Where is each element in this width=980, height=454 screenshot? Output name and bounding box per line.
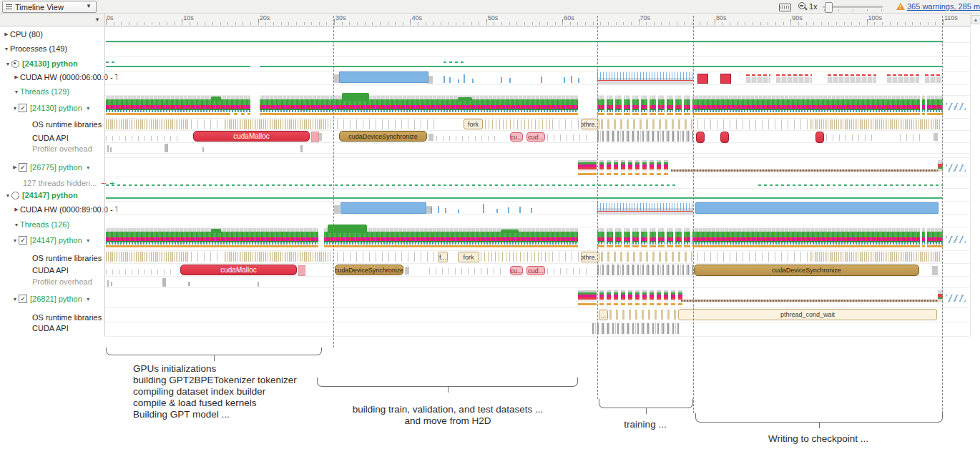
profiler-overhead-bar — [107, 280, 109, 287]
collapse-arrow-icon[interactable]: ▼ — [11, 297, 19, 302]
api-gray-block — [934, 133, 938, 141]
focus-radio[interactable] — [11, 192, 19, 199]
os-runtime-activity — [609, 310, 677, 320]
show-thread-button[interactable]: + — [109, 178, 115, 189]
thread-green-bump — [458, 97, 472, 101]
gpu-activity-spike — [445, 208, 446, 213]
gpu-memory-block[interactable] — [720, 74, 731, 84]
chevron-down-icon[interactable]: ▼ — [94, 16, 100, 23]
gpu-kernel-bar[interactable] — [339, 71, 428, 83]
event-bar-cudamalloc[interactable]: cudaMalloc — [180, 265, 297, 275]
sidebar-item-24147-python-11[interactable]: ▼[24147] python — [0, 189, 109, 201]
thread-mini-orange — [650, 303, 654, 305]
thread-mini-cluster — [635, 160, 640, 172]
sidebar-item-threads-129-4[interactable]: ▼Threads (129) — [0, 86, 117, 97]
thread-mini-cluster — [635, 290, 640, 302]
api-pink-bar[interactable] — [298, 265, 305, 276]
sidebar-item-24130-python-5[interactable]: ▼✓[24130] python▼ — [0, 102, 116, 114]
collapse-arrow-icon[interactable]: ▼ — [11, 106, 19, 111]
keyboard-shortcuts-icon[interactable] — [779, 4, 791, 11]
sidebar-item-cuda-api-20[interactable]: CUDA API — [0, 322, 137, 334]
event-bar-f-short[interactable]: f... — [438, 252, 448, 262]
event-bar-dots[interactable]: ... — [599, 310, 608, 320]
expand-arrow-icon[interactable]: ▶ — [13, 207, 20, 212]
os-runtime-activity — [485, 119, 551, 129]
focus-radio[interactable] — [11, 60, 19, 68]
api-pink-bar[interactable] — [311, 132, 319, 142]
api-red-event[interactable] — [815, 132, 824, 143]
api-gray-block — [319, 133, 322, 141]
gpu-activity-spike — [444, 76, 445, 83]
zoom-level-label: 1x — [809, 2, 818, 11]
sidebar-item-cuda-hw-0000-06-00-0-tesl-3[interactable]: ▶CUDA HW (0000:06:00.0 - Tesl — [0, 71, 117, 83]
ruler-tick-label: 110s — [944, 14, 958, 21]
sidebar-item-26775-python-9[interactable]: ▶✓[26775] python▼ — [0, 162, 116, 173]
sidebar-item-cuda-hw-0000-89-00-0-tesl-12[interactable]: ▶CUDA HW (0000:89:00.0 - Tesl — [0, 204, 117, 215]
warnings-messages-link[interactable]: 365 warnings, 285 messages — [907, 2, 980, 11]
zoom-out-icon[interactable] — [798, 2, 805, 9]
scroll-up-arrow[interactable]: ▲ — [971, 15, 980, 24]
collapse-arrow-icon[interactable]: ▼ — [4, 193, 11, 198]
sidebar-item-processes-149-1[interactable]: ▼Processes (149) — [0, 43, 107, 54]
thread-mini-cluster — [578, 160, 597, 172]
gpu-kernel-bar[interactable] — [340, 202, 426, 214]
api-red-event[interactable] — [696, 132, 705, 143]
thread-mini-orange — [642, 303, 647, 305]
collapse-arrow-icon[interactable]: ▼ — [11, 238, 19, 243]
row-options-caret-icon[interactable]: ▼ — [86, 238, 91, 243]
thread-band-gap — [925, 95, 927, 117]
sidebar-item-24130-python-2[interactable]: ▼[24130] python — [0, 58, 109, 69]
event-bar-cu-short[interactable]: cu... — [510, 266, 523, 275]
annotation-line: Building GPT model ... — [133, 409, 297, 420]
gpu-memory-block[interactable] — [697, 74, 708, 84]
thread-band-gap — [578, 227, 597, 249]
api-gray-block — [405, 267, 409, 275]
collapse-arrow-icon[interactable]: ▼ — [3, 46, 10, 51]
sidebar-item-cpu-80-0[interactable]: ▶CPU (80) — [0, 29, 107, 40]
gpu-gray-band — [828, 77, 876, 83]
api-red-event[interactable] — [720, 132, 729, 143]
visibility-checkbox[interactable]: ✓ — [19, 236, 27, 245]
row-separator — [105, 250, 970, 251]
event-bar-cu-short[interactable]: cu... — [510, 132, 523, 142]
gpu-kernel-bar[interactable] — [695, 202, 939, 214]
sidebar-item-label: CUDA HW (0000:89:00.0 - Tesl — [20, 205, 117, 214]
collapse-arrow-icon[interactable]: ▼ — [4, 61, 11, 66]
thread-mini-orange — [578, 303, 597, 305]
gpu-activity-spike — [449, 77, 451, 83]
visibility-checkbox[interactable]: ✓ — [19, 295, 27, 303]
expand-arrow-icon[interactable]: ▶ — [13, 74, 20, 80]
visibility-checkbox[interactable]: ✓ — [19, 104, 27, 112]
sidebar-item-26821-python-18[interactable]: ▼✓[26821] python▼ — [0, 293, 116, 305]
collapse-arrow-icon[interactable]: ▼ — [13, 89, 20, 94]
row-options-caret-icon[interactable]: ▼ — [86, 297, 91, 302]
event-bar-fork[interactable]: fork — [464, 119, 483, 129]
event-bar-cud-short[interactable]: cud... — [526, 266, 545, 275]
row-options-caret-icon[interactable]: ▼ — [86, 106, 91, 111]
thread-mini-orange — [621, 173, 625, 175]
sidebar-item-threads-126-13[interactable]: ▼Threads (126) — [0, 219, 117, 230]
expand-arrow-icon[interactable]: ▶ — [3, 31, 10, 37]
event-bar-cud-short[interactable]: cud... — [526, 132, 545, 142]
gpu-gray-band — [925, 77, 942, 83]
event-bar-pthread-cond-wait[interactable]: pthread_cond_wait — [678, 309, 937, 320]
row-options-caret-icon[interactable]: ▼ — [86, 165, 91, 170]
thread-mini-orange — [621, 303, 625, 305]
event-bar-cudadevicesynchronize[interactable]: cudaDeviceSynchronize — [339, 131, 427, 142]
os-runtime-activity — [697, 252, 808, 262]
os-runtime-activity — [481, 252, 551, 262]
view-selector-dropdown[interactable]: Timeline View ▼ — [2, 1, 97, 13]
event-bar-cudadevicesynchronize[interactable]: cudaDeviceSynchronize — [694, 265, 919, 276]
expand-arrow-icon[interactable]: ▶ — [11, 164, 19, 170]
os-runtime-activity — [191, 252, 223, 262]
visibility-checkbox[interactable]: ✓ — [19, 163, 27, 172]
sidebar-item-label: [26775] python — [30, 163, 82, 172]
event-bar-cudadevicesynchronize[interactable]: cudaDeviceSynchronize — [335, 265, 403, 275]
event-bar-cudamalloc[interactable]: cudaMalloc — [193, 131, 310, 142]
sidebar-item-profiler-overhead-17[interactable]: Profiler overhead — [0, 276, 137, 287]
collapse-arrow-icon[interactable]: ▼ — [13, 222, 20, 227]
sidebar-item-127-threads-hidden-10[interactable]: 127 threads hidden...−+ — [0, 177, 127, 189]
row-separator — [105, 307, 970, 308]
sidebar-item-24147-python-14[interactable]: ▼✓[24147] python▼ — [0, 235, 116, 246]
event-bar-fork[interactable]: fork — [458, 252, 479, 262]
